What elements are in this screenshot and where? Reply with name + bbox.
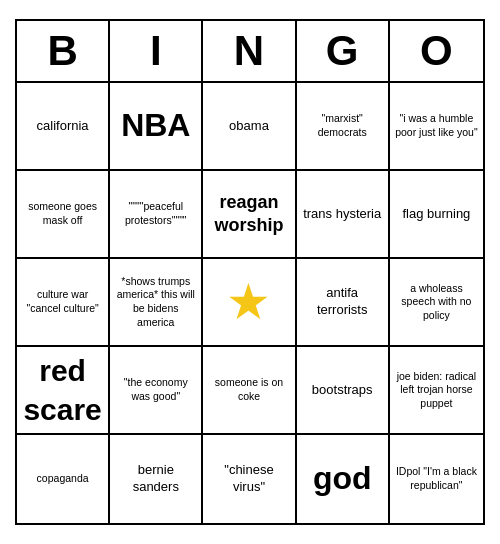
bingo-grid: californiaNBAobama"marxist" democrats"i … (17, 83, 483, 523)
star-icon: ★ (226, 270, 271, 335)
bingo-cell-3: "marxist" democrats (297, 83, 390, 171)
bingo-cell-19: joe biden: radical left trojan horse pup… (390, 347, 483, 435)
header-letter-o: O (390, 21, 483, 81)
bingo-cell-13: antifa terrorists (297, 259, 390, 347)
header-letter-i: I (110, 21, 203, 81)
header-letter-g: G (297, 21, 390, 81)
bingo-cell-18: bootstraps (297, 347, 390, 435)
bingo-cell-22: "chinese virus" (203, 435, 296, 523)
bingo-cell-5: someone goes mask off (17, 171, 110, 259)
header-letter-b: B (17, 21, 110, 81)
bingo-cell-20: copaganda (17, 435, 110, 523)
bingo-cell-4: "i was a humble poor just like you" (390, 83, 483, 171)
bingo-card: BINGO californiaNBAobama"marxist" democr… (15, 19, 485, 525)
bingo-cell-11: *shows trumps america* this will be bide… (110, 259, 203, 347)
bingo-cell-16: "the economy was good" (110, 347, 203, 435)
bingo-cell-17: someone is on coke (203, 347, 296, 435)
bingo-cell-15: red scare (17, 347, 110, 435)
bingo-cell-21: bernie sanders (110, 435, 203, 523)
bingo-cell-6: """"peaceful protestors"""" (110, 171, 203, 259)
bingo-cell-24: IDpol "I'm a black republican" (390, 435, 483, 523)
bingo-cell-2: obama (203, 83, 296, 171)
bingo-cell-14: a wholeass speech with no policy (390, 259, 483, 347)
header-letter-n: N (203, 21, 296, 81)
bingo-cell-9: flag burning (390, 171, 483, 259)
bingo-cell-8: trans hysteria (297, 171, 390, 259)
bingo-cell-12: ★ (203, 259, 296, 347)
bingo-cell-1: NBA (110, 83, 203, 171)
bingo-cell-10: culture war "cancel culture" (17, 259, 110, 347)
bingo-cell-7: reagan worship (203, 171, 296, 259)
bingo-cell-23: god (297, 435, 390, 523)
bingo-header: BINGO (17, 21, 483, 83)
bingo-cell-0: california (17, 83, 110, 171)
